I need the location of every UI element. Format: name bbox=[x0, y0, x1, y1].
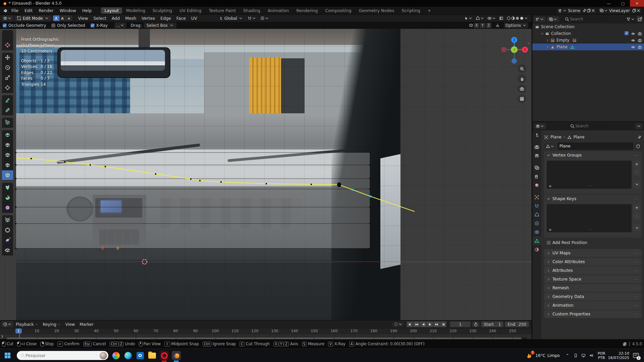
workspace-tab-sculpting[interactable]: Sculpting bbox=[149, 7, 175, 14]
properties-tab-modifiers[interactable] bbox=[532, 201, 541, 210]
properties-search[interactable] bbox=[568, 123, 612, 129]
shape-keys-panel-specials-button[interactable] bbox=[633, 224, 640, 231]
expander-icon[interactable] bbox=[546, 39, 549, 42]
timeline-track[interactable]: ❯ bbox=[0, 334, 532, 340]
language-indicator[interactable]: PORPTB bbox=[598, 351, 605, 360]
shape-keys-panel-add-button[interactable]: + bbox=[633, 204, 640, 211]
menu-help[interactable]: Help bbox=[79, 7, 95, 15]
play-reverse-button[interactable] bbox=[420, 321, 426, 327]
shading-wireframe-icon[interactable] bbox=[506, 16, 511, 20]
tool-bevel[interactable] bbox=[2, 150, 13, 160]
workspace-tab-modeling[interactable]: Modeling bbox=[123, 7, 149, 14]
mesh-id-icon[interactable] bbox=[544, 143, 556, 149]
panel-texture-space[interactable]: Texture Space···· bbox=[544, 275, 642, 283]
outliner-display-mode[interactable] bbox=[534, 16, 546, 22]
properties-tab-scene[interactable] bbox=[532, 172, 541, 181]
properties-editor-type[interactable] bbox=[534, 123, 546, 129]
tool-edge-slide[interactable] bbox=[2, 215, 13, 225]
proportional-chevron[interactable] bbox=[265, 16, 269, 20]
tool-transform[interactable] bbox=[2, 83, 13, 93]
outliner-row-collection[interactable]: Collection bbox=[532, 30, 644, 37]
tool-rotate[interactable] bbox=[2, 63, 13, 73]
tool-loop-cut[interactable] bbox=[2, 160, 13, 170]
panel-remesh[interactable]: Remesh···· bbox=[544, 284, 642, 292]
properties-tab-view-layer[interactable] bbox=[532, 163, 541, 172]
filter-icon[interactable] bbox=[626, 17, 631, 21]
tool-add-cube[interactable] bbox=[2, 118, 13, 128]
tool-shear[interactable] bbox=[2, 235, 13, 245]
clock-date[interactable]: 22:10 16/07/2025 bbox=[608, 351, 629, 360]
panel-color-attributes[interactable]: Color Attributes···· bbox=[544, 258, 642, 266]
overlays-icon[interactable] bbox=[487, 16, 492, 20]
tool-inset[interactable] bbox=[2, 140, 13, 150]
vertex-groups-panel-add-button[interactable]: + bbox=[633, 161, 640, 168]
orientation-value[interactable]: Global bbox=[224, 16, 237, 21]
prev-key-button[interactable] bbox=[413, 321, 420, 327]
viewport-menu-view[interactable]: View bbox=[75, 14, 91, 22]
new-scene-icon[interactable] bbox=[587, 8, 591, 13]
new-viewlayer-icon[interactable] bbox=[632, 8, 636, 13]
vertex-groups-panel-header[interactable]: Vertex Groups···· bbox=[544, 151, 642, 159]
tool-smooth[interactable] bbox=[2, 203, 13, 213]
viewlayer-selector[interactable]: ViewLayer bbox=[598, 8, 642, 14]
edge-select-mode[interactable] bbox=[59, 15, 66, 21]
pan-hand-button[interactable] bbox=[518, 74, 526, 83]
shape-keys-panel-list[interactable]: ▶···· bbox=[547, 204, 632, 232]
jump-start-button[interactable] bbox=[407, 321, 413, 327]
minimize-button[interactable]: — bbox=[602, 0, 616, 7]
breadcrumb-object[interactable]: Plane bbox=[550, 135, 561, 139]
workspace-tab-compositing[interactable]: Compositing bbox=[322, 7, 355, 14]
filter-chevron[interactable] bbox=[631, 17, 635, 21]
tool-knife[interactable] bbox=[2, 170, 13, 180]
snap-toggle-icon[interactable] bbox=[248, 16, 252, 20]
viewport-menu-vertex[interactable]: Vertex bbox=[139, 14, 158, 22]
jump-end-button[interactable] bbox=[440, 321, 446, 327]
breadcrumb-data[interactable]: Plane bbox=[574, 135, 585, 139]
mirror-axis-y[interactable]: Y bbox=[480, 23, 485, 28]
tool-cursor[interactable] bbox=[2, 40, 13, 50]
close-button[interactable]: ✕ bbox=[630, 0, 644, 7]
timeline-editor-type[interactable] bbox=[1, 321, 13, 327]
outliner-row-plane[interactable]: Plane bbox=[532, 44, 644, 50]
vertex-groups-panel-remove-button[interactable]: – bbox=[633, 169, 640, 176]
knife-more-dropdown[interactable]: ... bbox=[114, 22, 126, 28]
timeline-ruler[interactable]: 1 10203040506070809010011012013014015016… bbox=[0, 328, 532, 334]
workspace-tab-shading[interactable]: Shading bbox=[240, 7, 264, 14]
zoom-button[interactable] bbox=[518, 64, 526, 73]
timeline-menu-marker[interactable]: Marker bbox=[77, 320, 96, 328]
camera-view-button[interactable] bbox=[518, 84, 526, 93]
phone-link-icon[interactable] bbox=[574, 353, 578, 358]
workspace-tab-animation[interactable]: Animation bbox=[264, 7, 292, 14]
eye-toggle-icon[interactable] bbox=[631, 32, 635, 36]
workspace-tab-rendering[interactable]: Rendering bbox=[293, 7, 321, 14]
channel-expand-arrow[interactable]: ❯ bbox=[1, 335, 3, 338]
viewport-menu-add[interactable]: Add bbox=[109, 14, 122, 22]
mirror-axis-z[interactable]: Z bbox=[486, 23, 491, 28]
properties-options-chevron[interactable] bbox=[635, 123, 643, 129]
properties-tab-tool[interactable] bbox=[532, 130, 541, 139]
shading-chevron[interactable] bbox=[524, 16, 528, 20]
add-rest-position-checkbox[interactable] bbox=[547, 241, 551, 245]
tool-annotate[interactable] bbox=[2, 95, 13, 105]
taskbar-app-edge[interactable] bbox=[123, 351, 132, 360]
viewport-menu-uv[interactable]: UV bbox=[189, 14, 200, 22]
navigation-gizmo[interactable]: ZX-Y bbox=[501, 35, 528, 67]
unlink-scene-icon[interactable] bbox=[591, 8, 595, 13]
shape-keys-panel-remove-button[interactable]: – bbox=[633, 212, 640, 219]
editor-type-button[interactable] bbox=[1, 15, 13, 21]
shading-material-icon[interactable] bbox=[515, 16, 520, 20]
workspace-tab-texture-paint[interactable]: Texture Paint bbox=[205, 7, 239, 14]
properties-tab-material[interactable] bbox=[532, 245, 541, 254]
check-toggle-icon[interactable] bbox=[625, 31, 629, 36]
start-button[interactable] bbox=[3, 351, 12, 360]
scene-selector[interactable]: Scene bbox=[557, 8, 597, 14]
chevron-down-icon[interactable] bbox=[238, 16, 243, 20]
mirror-axis-x[interactable]: X bbox=[474, 23, 479, 28]
tool-spin[interactable] bbox=[2, 193, 13, 203]
search-avatar[interactable] bbox=[100, 352, 107, 359]
tool-tweak[interactable] bbox=[2, 30, 13, 40]
taskbar-search[interactable] bbox=[17, 351, 108, 360]
properties-tab-physics[interactable] bbox=[532, 219, 541, 228]
maximize-button[interactable]: ▢ bbox=[616, 0, 630, 7]
camera-toggle-icon[interactable] bbox=[638, 32, 642, 36]
